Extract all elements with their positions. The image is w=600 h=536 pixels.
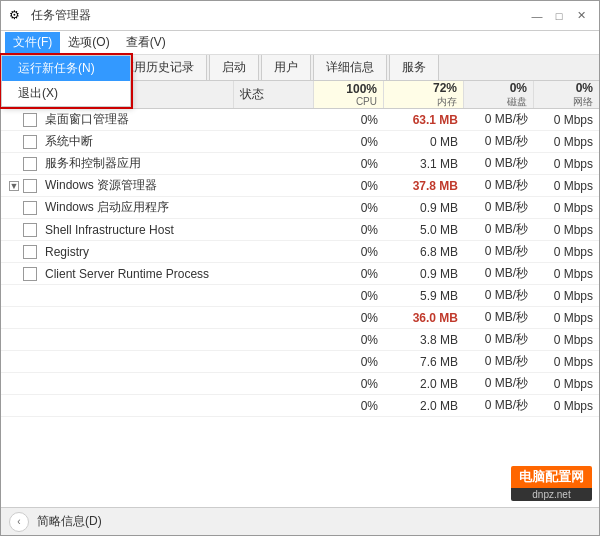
cell-disk: 0 MB/秒 [464, 111, 534, 128]
cell-network: 0 Mbps [534, 355, 599, 369]
col-header-memory[interactable]: 72% 内存 [384, 81, 464, 108]
close-button[interactable]: ✕ [571, 6, 591, 26]
cell-disk: 0 MB/秒 [464, 265, 534, 282]
cell-network: 0 Mbps [534, 179, 599, 193]
cell-name: Windows 启动应用程序 [1, 199, 234, 216]
menu-run-new-task[interactable]: 运行新任务(N) [2, 56, 130, 81]
row-checkbox [23, 223, 37, 237]
cell-name: Registry [1, 245, 234, 259]
table-row[interactable]: Registry 0% 6.8 MB 0 MB/秒 0 Mbps [1, 241, 599, 263]
tab-services[interactable]: 服务 [389, 54, 439, 80]
tab-users[interactable]: 用户 [261, 54, 311, 80]
table-row[interactable]: 0% 36.0 MB 0 MB/秒 0 Mbps [1, 307, 599, 329]
status-label: 简略信息(D) [37, 513, 102, 530]
tab-details[interactable]: 详细信息 [313, 54, 387, 80]
col-header-disk[interactable]: 0% 磁盘 [464, 81, 534, 108]
menu-file[interactable]: 文件(F) [5, 32, 60, 54]
cell-cpu: 0% [314, 223, 384, 237]
title-bar: ⚙ 任务管理器 — □ ✕ [1, 1, 599, 31]
cell-network: 0 Mbps [534, 399, 599, 413]
table-row[interactable]: 0% 2.0 MB 0 MB/秒 0 Mbps [1, 395, 599, 417]
table-row[interactable]: Client Server Runtime Process 0% 0.9 MB … [1, 263, 599, 285]
table-row[interactable]: ▼ Windows 资源管理器 0% 37.8 MB 0 MB/秒 0 Mbps [1, 175, 599, 197]
cell-disk: 0 MB/秒 [464, 375, 534, 392]
expand-icon[interactable]: ▼ [9, 181, 19, 191]
menu-view[interactable]: 查看(V) [118, 32, 174, 54]
cell-cpu: 0% [314, 399, 384, 413]
title-bar-left: ⚙ 任务管理器 [9, 7, 91, 24]
cell-disk: 0 MB/秒 [464, 177, 534, 194]
row-checkbox [23, 113, 37, 127]
window-title: 任务管理器 [31, 7, 91, 24]
row-checkbox [23, 201, 37, 215]
cell-network: 0 Mbps [534, 245, 599, 259]
table-row[interactable]: 0% 5.9 MB 0 MB/秒 0 Mbps [1, 285, 599, 307]
table-row[interactable]: 系统中断 0% 0 MB 0 MB/秒 0 Mbps [1, 131, 599, 153]
cell-memory: 0.9 MB [384, 267, 464, 281]
cell-memory: 6.8 MB [384, 245, 464, 259]
cell-cpu: 0% [314, 201, 384, 215]
cell-name: 服务和控制器应用 [1, 155, 234, 172]
table-row[interactable]: Shell Infrastructure Host 0% 5.0 MB 0 MB… [1, 219, 599, 241]
cell-cpu: 0% [314, 113, 384, 127]
cell-cpu: 0% [314, 311, 384, 325]
cell-network: 0 Mbps [534, 311, 599, 325]
status-bar: ‹ 简略信息(D) [1, 507, 599, 535]
col-header-status[interactable]: 状态 [234, 81, 314, 108]
cell-cpu: 0% [314, 333, 384, 347]
row-checkbox [23, 267, 37, 281]
row-checkbox [23, 245, 37, 259]
menu-exit[interactable]: 退出(X) [2, 81, 130, 106]
menu-options[interactable]: 选项(O) [60, 32, 117, 54]
table-row[interactable]: 0% 7.6 MB 0 MB/秒 0 Mbps [1, 351, 599, 373]
cell-name: Shell Infrastructure Host [1, 223, 234, 237]
maximize-button[interactable]: □ [549, 6, 569, 26]
cell-disk: 0 MB/秒 [464, 199, 534, 216]
tab-startup[interactable]: 启动 [209, 54, 259, 80]
cell-memory: 37.8 MB [384, 179, 464, 193]
cell-name: 桌面窗口管理器 [1, 111, 234, 128]
cell-memory: 7.6 MB [384, 355, 464, 369]
cell-name: Client Server Runtime Process [1, 267, 234, 281]
cell-memory: 5.0 MB [384, 223, 464, 237]
cell-cpu: 0% [314, 179, 384, 193]
cell-memory: 63.1 MB [384, 113, 464, 127]
process-table: 桌面窗口管理器 0% 63.1 MB 0 MB/秒 0 Mbps 系统中断 0%… [1, 109, 599, 507]
cell-cpu: 0% [314, 355, 384, 369]
row-checkbox [23, 179, 37, 193]
col-header-network[interactable]: 0% 网络 [534, 81, 599, 108]
cell-cpu: 0% [314, 245, 384, 259]
minimize-button[interactable]: — [527, 6, 547, 26]
row-checkbox [23, 157, 37, 171]
cell-cpu: 0% [314, 289, 384, 303]
cell-cpu: 0% [314, 267, 384, 281]
table-row[interactable]: 0% 2.0 MB 0 MB/秒 0 Mbps [1, 373, 599, 395]
cell-memory: 3.1 MB [384, 157, 464, 171]
cell-memory: 5.9 MB [384, 289, 464, 303]
cell-network: 0 Mbps [534, 289, 599, 303]
cell-disk: 0 MB/秒 [464, 331, 534, 348]
task-manager-window: ⚙ 任务管理器 — □ ✕ 文件(F) 选项(O) 查看(V) 运行新任务(N)… [0, 0, 600, 536]
cell-network: 0 Mbps [534, 113, 599, 127]
cell-network: 0 Mbps [534, 377, 599, 391]
cell-memory: 0 MB [384, 135, 464, 149]
cell-disk: 0 MB/秒 [464, 287, 534, 304]
table-row[interactable]: 桌面窗口管理器 0% 63.1 MB 0 MB/秒 0 Mbps [1, 109, 599, 131]
cell-name: ▼ Windows 资源管理器 [1, 177, 234, 194]
table-row[interactable]: 0% 3.8 MB 0 MB/秒 0 Mbps [1, 329, 599, 351]
table-row[interactable]: Windows 启动应用程序 0% 0.9 MB 0 MB/秒 0 Mbps [1, 197, 599, 219]
cell-network: 0 Mbps [534, 135, 599, 149]
table-row[interactable]: 服务和控制器应用 0% 3.1 MB 0 MB/秒 0 Mbps [1, 153, 599, 175]
menu-bar: 文件(F) 选项(O) 查看(V) 运行新任务(N) 退出(X) [1, 31, 599, 55]
file-dropdown-menu: 运行新任务(N) 退出(X) [1, 55, 131, 107]
status-nav-prev[interactable]: ‹ [9, 512, 29, 532]
cell-network: 0 Mbps [534, 333, 599, 347]
cell-name: 系统中断 [1, 133, 234, 150]
cell-memory: 3.8 MB [384, 333, 464, 347]
col-header-cpu[interactable]: 100% CPU [314, 81, 384, 108]
cell-disk: 0 MB/秒 [464, 243, 534, 260]
cell-disk: 0 MB/秒 [464, 309, 534, 326]
cell-network: 0 Mbps [534, 223, 599, 237]
cell-disk: 0 MB/秒 [464, 397, 534, 414]
cell-memory: 2.0 MB [384, 377, 464, 391]
